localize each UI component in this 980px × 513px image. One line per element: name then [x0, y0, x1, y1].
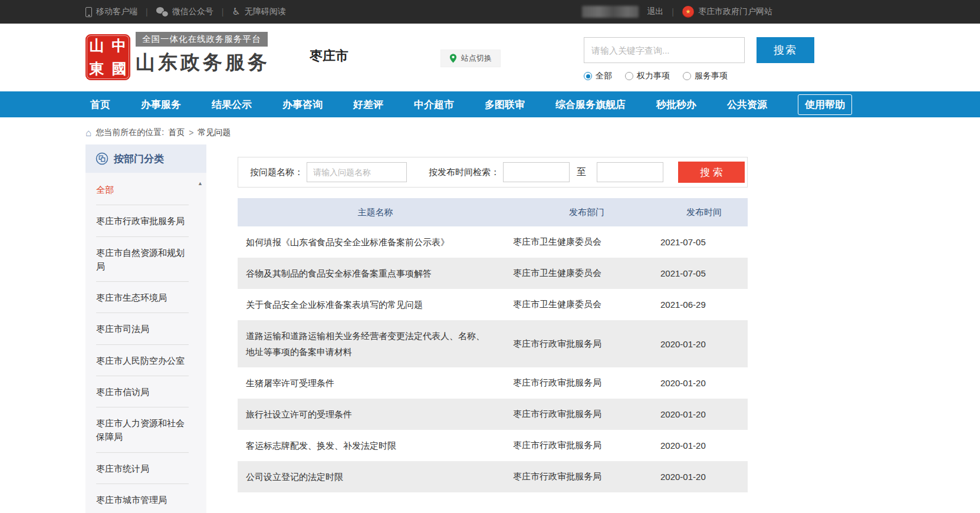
accessibility-icon: ♿ — [232, 7, 240, 17]
row-date: 2020-01-20 — [660, 472, 748, 482]
table-row[interactable]: 如何填报《山东省食品安全企业标准备案前公示表》 枣庄市卫生健康委员会 2021-… — [238, 226, 748, 258]
breadcrumb-separator: > — [189, 128, 193, 137]
national-emblem-icon: ★ — [682, 6, 694, 18]
main-content: 按问题名称： 按发布时间检索： 至 搜 索 主题名称 发布部门 发布时间 如何填… — [238, 157, 748, 492]
row-title-link[interactable]: 道路运输和道路运输相关业务经营者变更法定代表人、名称、地址等事项的备案申请材料 — [238, 320, 513, 367]
row-date: 2021-07-05 — [660, 268, 748, 278]
sidebar-item-department[interactable]: 枣庄市行政审批服务局 — [96, 205, 189, 236]
gov-portal-label: 枣庄市政府门户网站 — [698, 6, 772, 17]
breadcrumb-home-link[interactable]: 首页 — [168, 127, 185, 138]
mobile-client-link[interactable]: 移动客户端 — [85, 6, 137, 17]
nav-item[interactable]: 综合服务旗舰店 — [540, 98, 641, 111]
row-department: 枣庄市卫生健康委员会 — [513, 236, 660, 248]
row-date: 2021-07-05 — [660, 237, 748, 247]
table-row[interactable]: 公司设立登记的法定时限 枣庄市行政审批服务局 2020-01-20 — [238, 461, 748, 492]
search-scope-option[interactable]: 权力事项 — [625, 71, 670, 81]
question-name-input[interactable] — [307, 162, 407, 182]
nav-item[interactable]: 办事咨询 — [267, 98, 338, 111]
table-row[interactable]: 道路运输和道路运输相关业务经营者变更法定代表人、名称、地址等事项的备案申请材料 … — [238, 320, 748, 367]
radio-label: 全部 — [596, 71, 612, 81]
table-row[interactable]: 谷物及其制品的食品安全标准备案重点事项解答 枣庄市卫生健康委员会 2021-07… — [238, 258, 748, 289]
nav-item[interactable]: 公共资源 — [712, 98, 782, 111]
row-department: 枣庄市卫生健康委员会 — [513, 299, 660, 310]
date-to-input[interactable] — [597, 162, 663, 182]
date-from-input[interactable] — [503, 162, 570, 182]
scroll-up-icon[interactable]: ▲ — [198, 181, 203, 186]
keyword-search-input[interactable] — [584, 37, 745, 63]
site-switch-label: 站点切换 — [461, 53, 492, 64]
row-date: 2020-01-20 — [660, 409, 748, 419]
seal-char: 中 — [108, 34, 130, 57]
filter-search-button[interactable]: 搜 索 — [678, 162, 745, 183]
sidebar-item-department[interactable]: 枣庄市信访局 — [96, 376, 189, 407]
row-date: 2020-01-20 — [660, 378, 748, 388]
accessibility-label: 无障碍阅读 — [245, 6, 286, 17]
row-title-link[interactable]: 公司设立登记的法定时限 — [238, 461, 513, 492]
radio-label: 服务事项 — [695, 71, 728, 81]
topbar-right: 退出 | ★ 枣庄市政府门户网站 — [582, 6, 772, 18]
table-row[interactable]: 旅行社设立许可的受理条件 枣庄市行政审批服务局 2020-01-20 — [238, 399, 748, 430]
seal-char: 國 — [108, 57, 130, 80]
breadcrumb: ⌂ 您当前所在的位置: 首页 > 常见问题 — [85, 127, 980, 138]
row-department: 枣庄市行政审批服务局 — [513, 377, 660, 389]
platform-badge: 全国一体化在线政务服务平台 — [136, 32, 268, 47]
divider: | — [146, 7, 148, 17]
row-title-link[interactable]: 生猪屠宰许可受理条件 — [238, 367, 513, 399]
nav-item[interactable]: 秒批秒办 — [641, 98, 712, 111]
location-pin-icon — [449, 54, 457, 63]
row-title-link[interactable]: 如何填报《山东省食品安全企业标准备案前公示表》 — [238, 226, 513, 258]
sidebar-item-department[interactable]: 枣庄市城市管理局 — [96, 484, 189, 513]
radio-icon[interactable] — [625, 72, 633, 80]
site-title: 山东政务服务 — [136, 50, 270, 76]
nav-item[interactable]: 中介超市 — [399, 98, 469, 111]
breadcrumb-current: 常见问题 — [198, 127, 231, 138]
row-title-link[interactable]: 关于食品安全企业标准备案表填写的常见问题 — [238, 289, 513, 320]
gov-portal-link[interactable]: ★ 枣庄市政府门户网站 — [682, 6, 772, 18]
question-name-label: 按问题名称： — [250, 167, 303, 178]
row-department: 枣庄市行政审批服务局 — [513, 440, 660, 451]
row-department: 枣庄市行政审批服务局 — [513, 471, 660, 482]
filter-bar: 按问题名称： 按发布时间检索： 至 搜 索 — [238, 157, 748, 188]
category-icon — [96, 152, 108, 165]
wechat-label: 微信公众号 — [172, 6, 213, 17]
search-scope-option[interactable]: 全部 — [584, 71, 612, 81]
search-scope-option[interactable]: 服务事项 — [683, 71, 728, 81]
phone-icon — [85, 7, 92, 17]
radio-icon[interactable] — [584, 72, 592, 80]
accessibility-link[interactable]: ♿ 无障碍阅读 — [232, 6, 285, 17]
sidebar-item-department[interactable]: 枣庄市自然资源和规划局 — [96, 237, 189, 282]
radio-icon[interactable] — [683, 72, 691, 80]
keyword-search-button[interactable]: 搜索 — [757, 37, 814, 63]
row-title-link[interactable]: 谷物及其制品的食品安全标准备案重点事项解答 — [238, 258, 513, 289]
date-to-label: 至 — [577, 166, 586, 179]
radio-label: 权力事项 — [637, 71, 670, 81]
nav-item[interactable]: 结果公示 — [196, 98, 267, 111]
table-row[interactable]: 客运标志牌配发、换发、补发法定时限 枣庄市行政审批服务局 2020-01-20 — [238, 430, 748, 461]
nav-item[interactable]: 好差评 — [338, 98, 399, 111]
faq-table-body: 如何填报《山东省食品安全企业标准备案前公示表》 枣庄市卫生健康委员会 2021-… — [238, 226, 748, 492]
nav-item[interactable]: 办事服务 — [126, 98, 196, 111]
sidebar-item-department[interactable]: 枣庄市人民防空办公室 — [96, 345, 189, 376]
sidebar-item-department[interactable]: 全部 — [96, 174, 189, 205]
sidebar-item-department[interactable]: 枣庄市生态环境局 — [96, 282, 189, 313]
row-title-link[interactable]: 旅行社设立许可的受理条件 — [238, 399, 513, 430]
row-date: 2020-01-20 — [660, 339, 748, 349]
table-row[interactable]: 生猪屠宰许可受理条件 枣庄市行政审批服务局 2020-01-20 — [238, 367, 748, 399]
sidebar-item-department[interactable]: 枣庄市统计局 — [96, 453, 189, 484]
nav-item[interactable]: 使用帮助 — [798, 94, 852, 115]
topbar-left: 移动客户端 | 微信公众号 | ♿ 无障碍阅读 — [85, 6, 286, 17]
sidebar-item-department[interactable]: 枣庄市人力资源和社会保障局 — [96, 407, 189, 453]
nav-item[interactable]: 首页 — [75, 98, 126, 111]
site-switch-button[interactable]: 站点切换 — [440, 50, 501, 67]
col-header-dept: 发布部门 — [513, 207, 660, 218]
brand-block: 全国一体化在线政务服务平台 山东政务服务 — [136, 32, 270, 76]
sidebar-item-department[interactable]: 枣庄市司法局 — [96, 313, 189, 344]
table-row[interactable]: 关于食品安全企业标准备案表填写的常见问题 枣庄市卫生健康委员会 2021-06-… — [238, 289, 748, 320]
wechat-link[interactable]: 微信公众号 — [156, 6, 213, 17]
col-header-title: 主题名称 — [238, 207, 513, 218]
row-department: 枣庄市卫生健康委员会 — [513, 268, 660, 279]
site-header: 山 中 東 國 全国一体化在线政务服务平台 山东政务服务 枣庄市 站点切换 搜索… — [0, 24, 980, 91]
logout-link[interactable]: 退出 — [647, 6, 663, 17]
row-title-link[interactable]: 客运标志牌配发、换发、补发法定时限 — [238, 430, 513, 461]
nav-item[interactable]: 多图联审 — [469, 98, 540, 111]
